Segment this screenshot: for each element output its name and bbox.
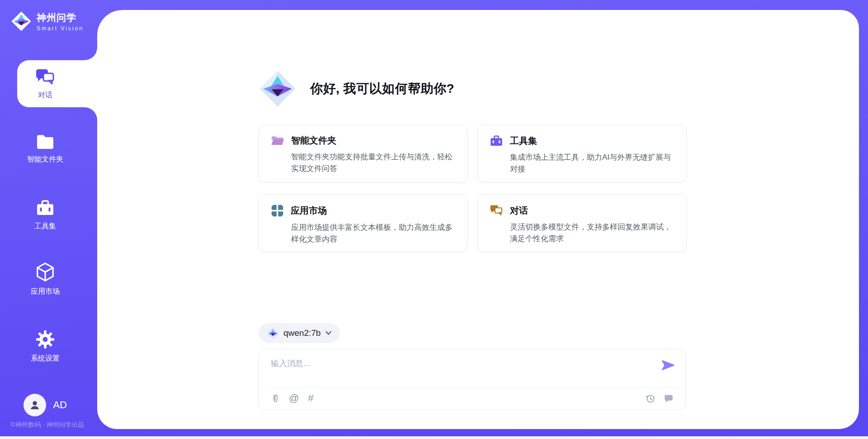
toolbox-icon bbox=[35, 198, 55, 217]
card-title: 对话 bbox=[510, 205, 528, 217]
paperclip-icon[interactable] bbox=[271, 393, 280, 404]
user-account[interactable]: AD bbox=[0, 394, 90, 416]
sidebar-item-label: 工具集 bbox=[34, 222, 56, 231]
card-smart-folder[interactable]: 智能文件夹 智能文件夹功能支持批量文件上传与清洗，轻松实现文件问答 bbox=[259, 124, 468, 182]
composer-toolbar: @ # bbox=[259, 387, 685, 410]
sidebar-item-smart-folder[interactable]: 智能文件夹 bbox=[0, 132, 90, 164]
card-description: 灵活切换多模型文件，支持多样回复效果调试，满足个性化需求 bbox=[510, 221, 675, 244]
sidebar-item-toolset[interactable]: 工具集 bbox=[0, 198, 90, 231]
brand-name: 神州问学 bbox=[37, 11, 84, 24]
chat-icon bbox=[490, 204, 503, 217]
hero-diamond-icon bbox=[259, 70, 297, 108]
card-chat[interactable]: 对话 灵活切换多模型文件，支持多样回复效果调试，满足个性化需求 bbox=[477, 194, 687, 252]
folder-icon bbox=[35, 132, 55, 150]
user-name: AD bbox=[53, 399, 67, 411]
toolbox-icon bbox=[490, 134, 503, 147]
sidebar-item-label: 应用市场 bbox=[31, 287, 60, 296]
tab-curve-bottom bbox=[85, 107, 97, 120]
main-content: 你好, 我可以如何帮助你? 智能文件夹 智能文件夹功能支持批量文件上传与清洗，轻… bbox=[97, 10, 859, 429]
folder-open-icon bbox=[271, 134, 284, 147]
brand-diamond-icon bbox=[11, 11, 32, 32]
card-description: 集成市场上主流工具，助力AI与外界无缝扩展与对接 bbox=[510, 152, 675, 175]
sidebar-item-label: 对话 bbox=[38, 91, 52, 100]
model-name: qwen2:7b bbox=[283, 328, 321, 338]
greeting-title: 你好, 我可以如何帮助你? bbox=[310, 80, 454, 97]
card-title: 智能文件夹 bbox=[291, 134, 336, 147]
message-input[interactable] bbox=[271, 358, 660, 383]
sidebar-item-app-market[interactable]: 应用市场 bbox=[0, 262, 90, 296]
feature-cards: 智能文件夹 智能文件夹功能支持批量文件上传与清洗，轻松实现文件问答 工具集 集成… bbox=[259, 124, 687, 252]
tab-curve-top bbox=[85, 48, 97, 60]
card-title: 应用市场 bbox=[291, 205, 327, 217]
card-description: 智能文件夹功能支持批量文件上传与清洗，轻松实现文件问答 bbox=[291, 151, 456, 174]
copyright: ©神州数码 · 神州问学出品 bbox=[0, 421, 95, 429]
chat-icon bbox=[35, 68, 56, 87]
composer-right-tools bbox=[645, 393, 674, 404]
person-icon bbox=[28, 399, 41, 411]
gear-icon bbox=[35, 329, 55, 349]
card-description: 应用市场提供丰富长文本模板，助力高效生成多样化文章内容 bbox=[291, 222, 456, 245]
sidebar-item-label: 系统设置 bbox=[31, 354, 60, 363]
window-bottom-edge bbox=[0, 436, 868, 439]
grid-icon bbox=[271, 204, 284, 217]
card-title: 工具集 bbox=[510, 135, 537, 147]
sidebar: 神州问学 Smart Vision 对话 智能文件夹 工具集 bbox=[0, 0, 97, 439]
greeting-block: 你好, 我可以如何帮助你? bbox=[259, 70, 454, 108]
sidebar-item-label: 智能文件夹 bbox=[27, 155, 63, 164]
card-toolset[interactable]: 工具集 集成市场上主流工具，助力AI与外界无缝扩展与对接 bbox=[477, 124, 687, 182]
avatar bbox=[24, 394, 46, 416]
brand-text: 神州问学 Smart Vision bbox=[37, 11, 84, 32]
sidebar-item-chat[interactable]: 对话 bbox=[17, 60, 97, 107]
chat-bubble-icon[interactable] bbox=[664, 394, 674, 403]
cube-icon bbox=[35, 262, 56, 282]
chevron-down-icon bbox=[325, 330, 332, 336]
brand-logo[interactable]: 神州问学 Smart Vision bbox=[11, 11, 84, 32]
attach-tools: @ # bbox=[271, 393, 314, 404]
sidebar-item-settings[interactable]: 系统设置 bbox=[0, 329, 90, 363]
model-diamond-icon bbox=[267, 327, 279, 339]
history-icon[interactable] bbox=[645, 393, 656, 404]
hash-icon[interactable]: # bbox=[308, 393, 313, 403]
at-icon[interactable]: @ bbox=[289, 393, 299, 403]
card-app-market[interactable]: 应用市场 应用市场提供丰富长文本模板，助力高效生成多样化文章内容 bbox=[259, 194, 468, 252]
model-selector[interactable]: qwen2:7b bbox=[259, 323, 340, 343]
brand-subtitle: Smart Vision bbox=[37, 25, 84, 32]
message-composer: @ # bbox=[259, 348, 686, 410]
send-icon[interactable] bbox=[662, 360, 675, 371]
